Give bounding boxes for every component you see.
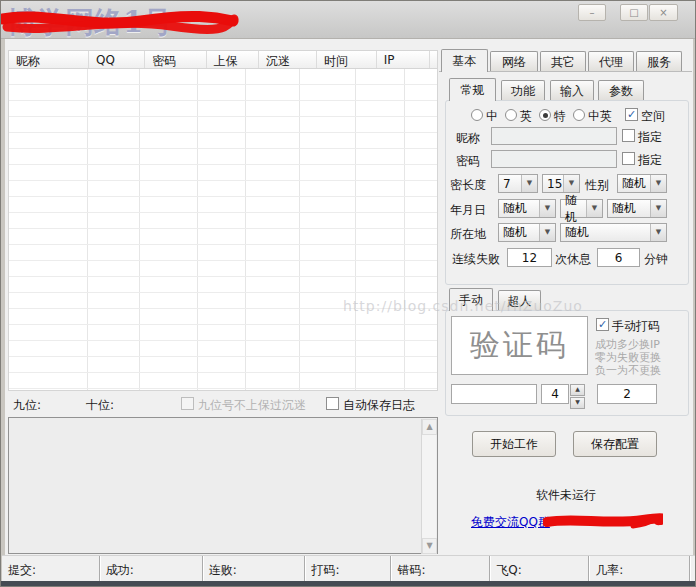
scroll-up-icon[interactable]: ▲: [422, 419, 437, 435]
app-window: 博学网络1号 – □ × 昵称 QQ 密码 上保 沉迷 时间 IP http:/…: [0, 0, 696, 587]
city-combo[interactable]: 随机▼: [560, 223, 667, 242]
province-combo[interactable]: 随机▼: [498, 223, 556, 242]
captcha-answer-input[interactable]: [451, 384, 537, 404]
count-spinner[interactable]: ▲ ▼: [570, 384, 585, 406]
radio-chinese[interactable]: [471, 109, 483, 121]
password-specify-checkbox[interactable]: ✓: [622, 152, 635, 165]
log-scrollbar[interactable]: ▲ ▼: [421, 419, 436, 554]
chevron-down-icon[interactable]: ▼: [650, 224, 666, 241]
col-chenmi[interactable]: 沉迷: [259, 51, 317, 68]
window-title: 博学网络1号: [7, 3, 172, 43]
pwd-max-combo[interactable]: 15▼: [542, 174, 580, 193]
scroll-down-icon[interactable]: ▼: [422, 538, 437, 554]
gender-label: 性别: [585, 177, 609, 194]
fail-count-input[interactable]: [507, 248, 552, 267]
manual-code-label: 手动打码: [612, 318, 660, 335]
birth-month-combo[interactable]: 随机▼: [560, 199, 603, 218]
radio-english[interactable]: [505, 109, 517, 121]
window-left-border: [1, 39, 5, 581]
autosave-log-checkbox[interactable]: ✓: [326, 397, 339, 410]
pwd-min-combo[interactable]: 7▼: [498, 174, 538, 193]
result-table-body[interactable]: [8, 69, 438, 391]
radio-special[interactable]: [539, 109, 551, 121]
col-nickname[interactable]: 昵称: [9, 51, 89, 68]
birthday-label: 年月日: [450, 202, 486, 219]
password-specify-label: 指定: [638, 152, 662, 169]
nickname-input[interactable]: [491, 127, 617, 145]
province-value: 随机: [499, 224, 539, 241]
birth-day-value: 随机: [608, 200, 650, 217]
tab-other[interactable]: 其它: [540, 51, 586, 72]
status-rate: 几率:: [589, 556, 690, 581]
close-button[interactable]: ×: [649, 4, 678, 21]
maximize-button[interactable]: □: [620, 4, 648, 21]
tab-params[interactable]: 参数: [598, 80, 644, 101]
nine-no-protect-label: 九位号不上保过沉迷: [198, 397, 306, 414]
maximize-icon: □: [629, 7, 638, 18]
tab-network[interactable]: 网络: [490, 51, 538, 72]
manual-code-checkbox[interactable]: ✓: [596, 318, 609, 331]
log-listbox[interactable]: ▲ ▼: [8, 417, 438, 554]
tab-proxy[interactable]: 代理: [588, 51, 634, 72]
qq-group-link[interactable]: 免费交流QQ群: [471, 514, 550, 531]
space-checkbox[interactable]: ✓: [625, 108, 638, 121]
watermark-text: http://blog.csdn.net/rnZuoZuo: [343, 298, 583, 314]
spinner-up-icon[interactable]: ▲: [570, 384, 585, 396]
check-icon: ✓: [598, 318, 607, 331]
captcha-placeholder-text: 验证码: [470, 325, 569, 366]
chevron-down-icon[interactable]: ▼: [563, 175, 579, 192]
tab-service[interactable]: 服务: [636, 51, 682, 72]
success-count-input[interactable]: [541, 384, 569, 404]
nine-no-protect-checkbox[interactable]: ✓: [181, 397, 194, 410]
chevron-down-icon[interactable]: ▼: [650, 175, 666, 192]
status-code: 打码:: [305, 556, 391, 581]
spinner-down-icon[interactable]: ▼: [570, 397, 585, 409]
col-ip[interactable]: IP: [377, 51, 430, 68]
birth-day-combo[interactable]: 随机▼: [607, 199, 667, 218]
rest-minutes-input[interactable]: [597, 248, 640, 267]
chevron-down-icon[interactable]: ▼: [539, 224, 555, 241]
minimize-button[interactable]: –: [578, 4, 606, 21]
city-value: 随机: [561, 224, 650, 241]
col-password[interactable]: 密码: [145, 51, 207, 68]
redaction-scribble-qq: [543, 511, 663, 533]
tab-general[interactable]: 常规: [449, 78, 496, 101]
check-icon: ✓: [627, 108, 636, 121]
radio-special-label: 特: [554, 108, 566, 125]
pwd-min-value: 7: [499, 177, 521, 191]
location-label: 所在地: [450, 226, 486, 243]
ip-change-input[interactable]: [597, 384, 657, 404]
gender-value: 随机: [618, 175, 650, 192]
pwd-length-label: 密长度: [450, 177, 486, 194]
tab-basic[interactable]: 基本: [441, 49, 488, 72]
password-label: 密码: [456, 153, 480, 170]
ip-hint-line1: 成功多少换IP: [595, 338, 660, 351]
space-checkbox-label: 空间: [641, 108, 665, 125]
tab-input[interactable]: 输入: [550, 80, 594, 101]
chevron-down-icon[interactable]: ▼: [521, 175, 537, 192]
save-config-button[interactable]: 保存配置: [573, 431, 657, 457]
nine-digit-label: 九位:: [13, 397, 41, 414]
col-time[interactable]: 时间: [317, 51, 377, 68]
status-feiq: 飞Q:: [490, 556, 589, 581]
title-bar[interactable]: 博学网络1号 – □ ×: [1, 1, 695, 39]
col-qq[interactable]: QQ: [89, 51, 145, 68]
password-input[interactable]: [491, 150, 617, 168]
chevron-down-icon[interactable]: ▼: [586, 200, 602, 217]
rest-label: 次休息: [555, 251, 591, 268]
captcha-image: 验证码: [451, 316, 588, 375]
status-fail: 连败:: [203, 556, 306, 581]
birth-year-combo[interactable]: 随机▼: [498, 199, 556, 218]
chevron-down-icon[interactable]: ▼: [650, 200, 666, 217]
chevron-down-icon[interactable]: ▼: [539, 200, 555, 217]
nickname-specify-checkbox[interactable]: ✓: [622, 129, 635, 142]
radio-zh-en[interactable]: [573, 109, 585, 121]
tab-function[interactable]: 功能: [501, 80, 545, 101]
start-work-button[interactable]: 开始工作: [472, 431, 556, 457]
running-status-text: 软件未运行: [441, 487, 691, 504]
col-shangbao[interactable]: 上保: [207, 51, 259, 68]
gender-combo[interactable]: 随机▼: [617, 174, 667, 193]
minimize-icon: –: [590, 7, 595, 18]
birth-month-value: 随机: [561, 192, 586, 226]
result-table-header[interactable]: 昵称 QQ 密码 上保 沉迷 时间 IP: [8, 50, 438, 69]
